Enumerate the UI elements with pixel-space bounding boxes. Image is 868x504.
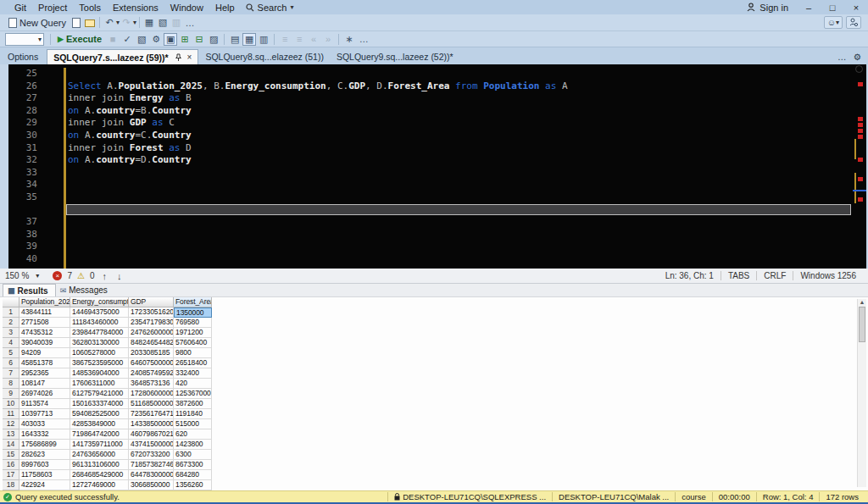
query-options-icon[interactable]: ⚙ xyxy=(149,33,163,46)
menu-extensions[interactable]: Extensions xyxy=(107,3,164,13)
feedback-button[interactable]: ☺ ▾ xyxy=(824,16,843,29)
grid-cell[interactable]: 148536904000 xyxy=(70,368,129,379)
row-header[interactable]: 6 xyxy=(3,358,19,368)
grid-cell[interactable]: 515000 xyxy=(174,419,212,429)
grid-cell[interactable]: 10397713 xyxy=(19,409,70,419)
grid-cell[interactable]: 332400 xyxy=(174,368,212,379)
copilot-icon[interactable]: ∗ xyxy=(342,33,356,46)
grid-cell[interactable]: 42853849000 xyxy=(70,419,129,429)
close-button[interactable]: × xyxy=(844,3,868,13)
row-header[interactable]: 5 xyxy=(3,348,19,358)
close-tab-icon[interactable]: × xyxy=(187,53,192,62)
grid-cell[interactable]: 511685000000 xyxy=(129,399,174,409)
selected-cell[interactable]: 1350000 xyxy=(174,307,212,318)
grid-cell[interactable]: 1643332 xyxy=(19,429,70,440)
row-header[interactable]: 8 xyxy=(3,379,19,389)
row-header[interactable]: 1 xyxy=(3,307,19,318)
grid-corner-cell[interactable] xyxy=(3,297,19,307)
menu-help[interactable]: Help xyxy=(209,3,241,13)
grid-cell[interactable]: 1501633374000 xyxy=(70,399,129,409)
grid-cell[interactable]: 422924 xyxy=(19,480,70,490)
restore-button[interactable]: □ xyxy=(821,3,844,13)
grid-cell[interactable]: 3867523595000 xyxy=(70,358,129,368)
toolbar-overflow[interactable]: … xyxy=(183,16,197,29)
grid-cell[interactable]: 2033085185 xyxy=(129,348,174,358)
parse-icon[interactable]: ✓ xyxy=(120,33,134,46)
undo-icon[interactable]: ↶ xyxy=(103,16,116,29)
warning-count[interactable]: 0 xyxy=(90,271,95,280)
new-query-button[interactable]: New Query xyxy=(5,17,70,29)
grid-cell[interactable]: 6720733200 xyxy=(129,450,174,460)
grid-cell[interactable]: 46079867021 xyxy=(129,429,174,440)
grid-cell[interactable]: 9113574 xyxy=(19,399,70,409)
results-file-icon[interactable]: ▥ xyxy=(257,33,270,46)
grid-cell[interactable]: 8673300 xyxy=(174,460,212,470)
grid-cell[interactable]: 1971200 xyxy=(174,328,212,338)
tab-messages[interactable]: ✉ Messages xyxy=(56,284,114,296)
grid-cell[interactable]: 43844111 xyxy=(19,307,70,318)
search-control[interactable]: Search ▾ xyxy=(246,3,294,13)
grid-cell[interactable]: 2398447784000 xyxy=(70,328,129,338)
grid-cell[interactable]: 719864742000 xyxy=(70,429,129,440)
code-area[interactable]: 2526Select A.Population_2025, B.Energy_c… xyxy=(8,68,853,266)
menu-window[interactable]: Window xyxy=(164,3,209,13)
account-button[interactable] xyxy=(846,16,861,29)
database-combobox[interactable]: ▾ xyxy=(5,33,44,46)
scrollbar-annotations[interactable] xyxy=(853,64,866,269)
row-header[interactable]: 14 xyxy=(3,440,19,450)
grid-cell[interactable]: 84824654482 xyxy=(129,338,174,348)
grid-cell[interactable]: 362803130000 xyxy=(70,338,129,348)
execute-button[interactable]: ▶ Execute xyxy=(53,34,106,44)
grid-cell[interactable]: 1417359711000 xyxy=(70,440,129,450)
grid-cell[interactable]: 24763656000 xyxy=(70,450,129,460)
grid-cell[interactable]: 71857382746 xyxy=(129,460,174,470)
row-header[interactable]: 4 xyxy=(3,338,19,348)
results-text-icon[interactable]: ▤ xyxy=(228,33,242,46)
grid-cell[interactable]: 1423800 xyxy=(174,440,212,450)
error-count[interactable]: 7 xyxy=(67,271,72,280)
document-tab-1[interactable]: SQLQuery7.s...lazeez (59))*× xyxy=(47,49,198,64)
grid-cell[interactable]: 594082525000 xyxy=(70,409,129,419)
grid-cell[interactable]: 175686899 xyxy=(19,440,70,450)
menu-project[interactable]: Project xyxy=(32,3,73,13)
column-header-energy_consumption[interactable]: Energy_consumption xyxy=(70,297,129,307)
grid-cell[interactable]: 3872600 xyxy=(174,399,212,409)
scrollbar-thumb[interactable] xyxy=(859,307,865,342)
row-header[interactable]: 16 xyxy=(3,460,19,470)
row-header[interactable]: 12 xyxy=(3,419,19,429)
row-header[interactable]: 7 xyxy=(3,368,19,379)
tab-overflow-button[interactable]: … xyxy=(837,52,847,62)
grid-cell[interactable]: 94209 xyxy=(19,348,70,358)
grid-cell[interactable]: 644783000000 xyxy=(129,470,174,480)
grid-cell[interactable]: 72356176471 xyxy=(129,409,174,419)
column-header-population_2025[interactable]: Population_2025 xyxy=(19,297,70,307)
grid-cell[interactable]: 684280 xyxy=(174,470,212,480)
grid-cell[interactable]: 620 xyxy=(174,429,212,440)
new-file-icon[interactable] xyxy=(70,16,83,29)
find-in-files-icon[interactable]: ▧ xyxy=(156,16,170,29)
intellisense-toggle-icon[interactable]: ▣ xyxy=(164,33,177,46)
table-designer-icon[interactable]: ▦ xyxy=(142,16,156,29)
grid-cell[interactable]: 26518400 xyxy=(174,358,212,368)
grid-cell[interactable]: 282623 xyxy=(19,450,70,460)
grid-cell[interactable]: 6300 xyxy=(174,450,212,460)
row-header[interactable]: 11 xyxy=(3,409,19,419)
grid-cell[interactable]: 144694375000 xyxy=(70,307,129,318)
prev-issue-button[interactable]: ↑ xyxy=(99,271,109,281)
grid-cell[interactable]: 8997603 xyxy=(19,460,70,470)
grid-cell[interactable]: 1728060000000 xyxy=(129,389,174,399)
results-vertical-scrollbar[interactable]: ▲ xyxy=(857,299,866,487)
grid-cell[interactable]: 403033 xyxy=(19,419,70,429)
caret-position[interactable]: Ln: 36, Ch: 1 xyxy=(659,271,721,280)
grid-cell[interactable]: 17606311000 xyxy=(70,379,129,389)
grid-cell[interactable]: 961313106000 xyxy=(70,460,129,470)
document-tab-3[interactable]: SQLQuery9.sq...lazeez (52))* xyxy=(331,49,459,64)
grid-cell[interactable]: 47435312 xyxy=(19,328,70,338)
grid-cell[interactable]: 11758603 xyxy=(19,470,70,480)
grid-cell[interactable]: 108147 xyxy=(19,379,70,389)
grid-cell[interactable]: 26974026 xyxy=(19,389,70,399)
grid-cell[interactable]: 437415000000 xyxy=(129,440,174,450)
document-tab-2[interactable]: SQLQuery8.sq...elazeez (51)) xyxy=(199,49,329,64)
row-header[interactable]: 3 xyxy=(3,328,19,338)
encoding[interactable]: Windows 1256 xyxy=(793,271,863,280)
